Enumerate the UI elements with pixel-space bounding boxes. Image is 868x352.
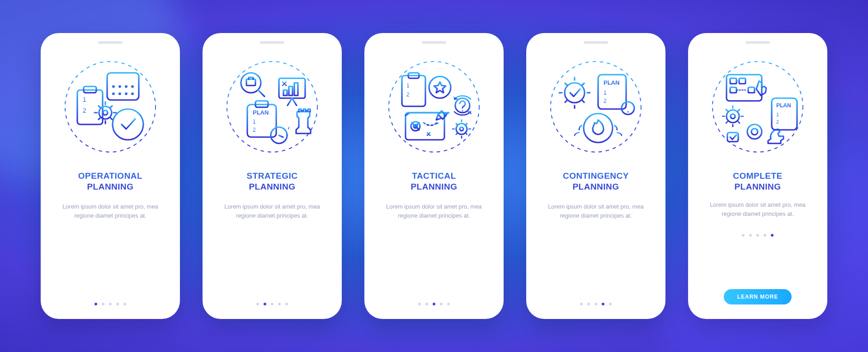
svg-rect-83 bbox=[748, 87, 755, 93]
svg-text:2: 2 bbox=[604, 98, 607, 104]
svg-rect-82 bbox=[730, 87, 736, 93]
svg-text:1: 1 bbox=[83, 96, 86, 103]
pagination-dots bbox=[94, 294, 126, 305]
svg-text:1: 1 bbox=[776, 112, 779, 117]
svg-text:2: 2 bbox=[83, 107, 86, 114]
onboarding-card-complete: PLAN 1 2 COMPLETEPLANNING Lorem ipsum do… bbox=[688, 33, 827, 319]
onboarding-row: 1 2 OPERATIONALPLANNING bbox=[41, 33, 827, 319]
svg-line-28 bbox=[258, 90, 264, 96]
svg-point-54 bbox=[429, 76, 451, 98]
page-dot[interactable] bbox=[609, 303, 612, 305]
svg-text:PLAN: PLAN bbox=[604, 79, 619, 86]
onboarding-card-operational: 1 2 OPERATIONALPLANNING bbox=[41, 33, 180, 319]
card-description: Lorem ipsum dolor sit amet pro, mea regi… bbox=[58, 202, 162, 220]
page-dot[interactable] bbox=[418, 303, 421, 305]
svg-line-33 bbox=[292, 98, 297, 105]
page-dot[interactable] bbox=[447, 303, 450, 305]
svg-line-32 bbox=[288, 98, 292, 105]
svg-line-46 bbox=[279, 135, 283, 137]
svg-rect-80 bbox=[730, 78, 736, 84]
svg-rect-36 bbox=[294, 83, 298, 95]
card-description: Lorem ipsum dolor sit amet pro, mea regi… bbox=[544, 202, 648, 220]
svg-point-76 bbox=[627, 111, 628, 112]
page-dot[interactable] bbox=[602, 303, 604, 305]
svg-text:2: 2 bbox=[776, 119, 779, 124]
svg-rect-7 bbox=[107, 73, 139, 100]
card-description: Lorem ipsum dolor sit amet pro, mea regi… bbox=[220, 202, 324, 220]
page-dot[interactable] bbox=[771, 234, 774, 237]
svg-point-88 bbox=[747, 124, 762, 139]
svg-point-17 bbox=[125, 92, 127, 95]
complete-planning-icon: PLAN 1 2 bbox=[706, 55, 810, 159]
page-dot[interactable] bbox=[587, 303, 590, 305]
tactical-planning-icon: 1 2 bbox=[382, 55, 486, 159]
svg-point-16 bbox=[118, 92, 121, 95]
svg-rect-48 bbox=[402, 76, 425, 106]
page-dot[interactable] bbox=[742, 234, 745, 237]
onboarding-card-tactical: 1 2 bbox=[364, 33, 504, 319]
svg-rect-34 bbox=[283, 90, 287, 95]
page-dot[interactable] bbox=[271, 303, 274, 305]
page-dot[interactable] bbox=[264, 303, 266, 305]
svg-text:1: 1 bbox=[604, 90, 607, 96]
svg-point-89 bbox=[751, 128, 758, 135]
learn-more-button[interactable]: LEARN MORE bbox=[724, 289, 792, 304]
contingency-planning-icon: PLAN 1 2 bbox=[544, 55, 648, 159]
card-description: Lorem ipsum dolor sit amet pro, mea regi… bbox=[382, 202, 486, 220]
operational-planning-icon: 1 2 bbox=[58, 55, 162, 159]
svg-text:PLAN: PLAN bbox=[776, 102, 791, 109]
page-dot[interactable] bbox=[433, 303, 435, 305]
onboarding-card-contingency: PLAN 1 2 CONTINGENCYPLANNING Lorem ipsum… bbox=[526, 33, 665, 319]
pagination-dots bbox=[256, 294, 288, 305]
page-dot[interactable] bbox=[285, 303, 288, 305]
card-description: Lorem ipsum dolor sit amet pro, mea regi… bbox=[706, 200, 810, 219]
svg-rect-29 bbox=[246, 79, 255, 86]
svg-text:2: 2 bbox=[253, 127, 256, 133]
pagination-dots bbox=[418, 294, 450, 305]
pagination-dots bbox=[580, 294, 612, 305]
card-title: TACTICALPLANNING bbox=[410, 171, 457, 192]
pagination-dots bbox=[742, 228, 774, 237]
onboarding-card-strategic: PLAN 1 2 STRATEGICPLANNING Lorem ipsum d… bbox=[203, 33, 342, 319]
svg-point-18 bbox=[131, 92, 134, 95]
page-dot[interactable] bbox=[764, 234, 766, 237]
svg-point-62 bbox=[460, 127, 463, 131]
page-dot[interactable] bbox=[594, 303, 597, 305]
page-dot[interactable] bbox=[749, 234, 752, 237]
page-dot[interactable] bbox=[102, 303, 104, 305]
svg-point-19 bbox=[99, 106, 112, 119]
svg-point-85 bbox=[731, 114, 735, 119]
svg-point-77 bbox=[584, 114, 613, 143]
svg-rect-35 bbox=[289, 86, 292, 95]
svg-point-84 bbox=[726, 110, 739, 123]
page-dot[interactable] bbox=[256, 303, 259, 305]
page-dot[interactable] bbox=[109, 303, 112, 305]
svg-text:PLAN: PLAN bbox=[253, 109, 269, 116]
svg-point-11 bbox=[112, 85, 115, 88]
page-dot[interactable] bbox=[440, 303, 443, 305]
svg-point-13 bbox=[125, 85, 127, 88]
svg-point-60 bbox=[462, 110, 463, 111]
svg-point-21 bbox=[113, 109, 143, 140]
card-title: OPERATIONALPLANNING bbox=[78, 171, 142, 192]
card-title: STRATEGICPLANNING bbox=[247, 171, 298, 192]
page-dot[interactable] bbox=[580, 303, 583, 305]
svg-point-20 bbox=[103, 110, 108, 115]
svg-text:2: 2 bbox=[406, 91, 410, 98]
card-title: COMPLETEPLANNING bbox=[733, 171, 783, 192]
card-title: CONTINGENCYPLANNING bbox=[563, 171, 629, 192]
page-dot[interactable] bbox=[278, 303, 281, 305]
page-dot[interactable] bbox=[123, 303, 126, 305]
page-dot[interactable] bbox=[116, 303, 119, 305]
svg-rect-87 bbox=[727, 133, 738, 142]
svg-point-12 bbox=[118, 85, 121, 88]
svg-point-47 bbox=[389, 62, 479, 152]
svg-point-14 bbox=[131, 85, 134, 88]
page-dot[interactable] bbox=[94, 303, 97, 305]
svg-text:1: 1 bbox=[253, 119, 256, 125]
strategic-planning-icon: PLAN 1 2 bbox=[220, 55, 324, 159]
page-dot[interactable] bbox=[756, 234, 759, 237]
svg-point-15 bbox=[112, 92, 115, 95]
page-dot[interactable] bbox=[425, 303, 428, 305]
svg-text:1: 1 bbox=[406, 82, 410, 89]
